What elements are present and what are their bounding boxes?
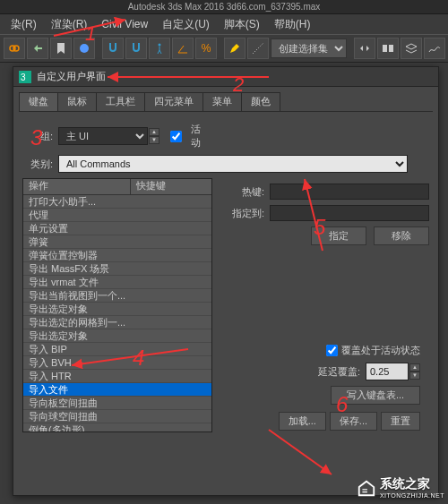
write-keyboard-button[interactable]: 写入键盘表... [331,386,420,405]
dialog-title: 自定义用户界面 [37,70,106,83]
action-label: 导出选定对象 [29,329,131,343]
action-label: 导出 MassFX 场景 [29,262,131,276]
override-checkbox[interactable] [326,345,338,356]
list-item[interactable]: 打印大小助手... [23,195,211,209]
list-item[interactable]: 导向板空间扭曲 [23,397,211,410]
category-select[interactable]: All Commands [58,155,408,173]
tb-percent-icon[interactable]: % [195,38,217,59]
list-item[interactable]: 导出 MassFX 场景 [23,262,211,276]
list-item[interactable]: 导入 BIP [23,343,211,356]
menu-item[interactable]: Civil View [94,18,155,30]
menu-item[interactable]: 帮助(H) [267,17,318,32]
tb-magnet-icon[interactable] [102,38,124,59]
active-checkbox[interactable] [170,131,182,142]
save-button[interactable]: 保存... [330,412,377,431]
delay-label: 延迟覆盖: [318,365,360,379]
action-label: 倒角(多边形) [29,423,131,433]
assign-button[interactable]: 指定 [311,226,366,245]
delay-spin-up-icon[interactable]: ▲ [409,363,420,372]
action-label: 导入文件 [29,383,131,397]
tb-edit-icon[interactable] [224,38,246,59]
dialog-titlebar[interactable]: 3 自定义用户界面 [13,67,438,87]
reset-button[interactable]: 重置 [381,412,420,431]
list-item[interactable]: 弹簧 [23,235,211,249]
col-action[interactable]: 操作 [23,179,131,194]
menu-item[interactable]: 自定义(U) [155,17,217,32]
tb-face-icon[interactable] [73,38,95,59]
action-label: 导入 BIP [29,343,131,356]
tab-color[interactable]: 颜色 [241,92,280,111]
list-item[interactable]: 导出选定对象 [23,329,211,343]
tab-menu[interactable]: 菜单 [202,92,242,111]
action-label: 导向板空间扭曲 [29,397,131,410]
delay-spin-down-icon[interactable]: ▼ [409,372,420,380]
tb-link-icon[interactable] [4,38,25,59]
actions-list[interactable]: 操作 快捷键 打印大小助手...代理单元设置弹簧弹簧位置控制器导出 MassFX… [22,178,212,432]
right-panel: 热键: 指定到: 指定 移除 覆盖处于活动状态 [212,178,429,432]
group-spin-up-icon[interactable]: ▲ [149,128,159,136]
group-label: 组: [22,130,53,143]
list-item[interactable]: 代理 [23,209,211,222]
customize-ui-dialog: 3 自定义用户界面 键盘 鼠标 工具栏 四元菜单 菜单 颜色 组: 主 UI ▲… [13,66,439,496]
tb-dotted-icon[interactable] [247,38,269,59]
action-label: 导出选定的网格到一... [29,316,131,329]
assignto-input[interactable] [270,205,429,221]
watermark: 系统之家 XITONGZHIJIA.NET [357,476,444,499]
tb-angle-icon[interactable] [172,38,194,59]
list-item[interactable]: 导入 BVH [23,356,211,370]
list-item[interactable]: 导向球空间扭曲 [23,410,211,423]
list-item[interactable]: 导出选定对象 [23,303,211,316]
tb-undo-icon[interactable] [27,38,48,59]
svg-rect-3 [389,45,393,52]
toolbar: % 创建选择集 [0,34,448,63]
tab-quadmenu[interactable]: 四元菜单 [144,92,203,111]
override-label: 覆盖处于活动状态 [341,344,420,357]
watermark-logo-icon [357,478,376,498]
menubar: 染(R) 渲染(R) Civil View 自定义(U) 脚本(S) 帮助(H) [0,14,448,34]
assignto-label: 指定到: [228,207,264,220]
tab-keyboard[interactable]: 键盘 [19,92,58,111]
list-item[interactable]: 倒角(多边形) [23,423,211,432]
list-item[interactable]: 导出 vrmat 文件 [23,276,211,289]
menu-item[interactable]: 染(R) [4,17,44,32]
delay-input[interactable] [366,363,409,380]
hotkey-input[interactable] [270,184,429,200]
group-spin-down-icon[interactable]: ▼ [149,136,159,144]
action-label: 导出选定对象 [29,303,131,316]
action-label: 导出 vrmat 文件 [29,276,131,289]
svg-point-1 [159,44,161,47]
action-label: 打印大小助手... [29,195,131,209]
tb-layers-icon[interactable] [401,38,422,59]
svg-text:3: 3 [21,73,26,82]
app-title: Autodesk 3ds Max 2016 3d66.com_637395.ma… [128,2,321,12]
remove-button[interactable]: 移除 [374,226,429,245]
menu-item[interactable]: 脚本(S) [217,17,267,32]
tab-mouse[interactable]: 鼠标 [57,92,97,111]
select-set-combo[interactable]: 创建选择集 [271,38,347,58]
tb-magnet2-icon[interactable] [125,38,147,59]
tb-mirror-icon[interactable] [354,38,375,59]
list-item[interactable]: 弹簧位置控制器 [23,249,211,262]
menu-item[interactable]: 渲染(R) [44,17,95,32]
tab-toolbar[interactable]: 工具栏 [96,92,145,111]
load-button[interactable]: 加载... [279,412,326,431]
tb-walk-icon[interactable] [149,38,170,59]
tb-graph-icon[interactable] [424,38,445,59]
list-item[interactable]: 导入文件 [23,383,211,397]
action-label: 导出当前视图到一个... [29,289,131,303]
group-select[interactable]: 主 UI [58,127,148,145]
action-label: 弹簧 [29,235,131,249]
action-label: 单元设置 [29,222,131,235]
list-item[interactable]: 导入 HTR [23,370,211,383]
tb-bookmark-icon[interactable] [50,38,72,59]
list-item[interactable]: 导出选定的网格到一... [23,316,211,329]
list-item[interactable]: 导出当前视图到一个... [23,289,211,303]
action-label: 导入 HTR [29,370,131,383]
action-label: 代理 [29,209,131,222]
watermark-text2: XITONGZHIJIA.NET [380,492,444,499]
col-shortcut[interactable]: 快捷键 [131,179,211,194]
list-header: 操作 快捷键 [23,179,211,195]
list-item[interactable]: 单元设置 [23,222,211,235]
tb-align-icon[interactable] [377,38,399,59]
watermark-text1: 系统之家 [380,476,444,492]
